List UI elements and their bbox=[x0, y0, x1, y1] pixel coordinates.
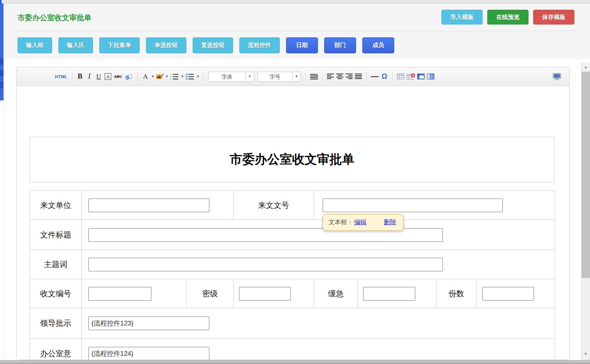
ordered-list-icon: 1 2 3 bbox=[170, 73, 179, 80]
italic-button[interactable]: I bbox=[85, 71, 94, 83]
insert-checkbox-button[interactable]: 复选按钮 bbox=[193, 37, 233, 53]
font-size-dropdown-arrow[interactable]: ▼ bbox=[292, 72, 300, 81]
incoming-unit-input[interactable] bbox=[88, 199, 209, 212]
strikethrough-button[interactable]: ABC bbox=[113, 71, 123, 83]
align-center-button[interactable] bbox=[335, 71, 344, 83]
toolbar-separator bbox=[137, 72, 138, 81]
header-action-buttons: 导入模板 在线预览 保存模板 bbox=[441, 10, 574, 25]
scrollbar-up-arrow-icon[interactable]: ▲ bbox=[581, 63, 590, 71]
urgency-input[interactable] bbox=[363, 287, 415, 301]
font-color-button[interactable]: A bbox=[141, 71, 150, 83]
strikethrough-icon: ABC bbox=[114, 74, 122, 79]
left-strip-segment bbox=[0, 58, 4, 65]
leader-instructions-input[interactable] bbox=[88, 317, 209, 330]
insert-member-button[interactable]: 成员 bbox=[362, 37, 394, 53]
svg-text:3: 3 bbox=[170, 78, 171, 80]
insert-date-button[interactable]: 日期 bbox=[286, 37, 318, 53]
office-opinion-input[interactable] bbox=[88, 347, 209, 360]
label-secrecy-level: 密级 bbox=[187, 279, 234, 308]
table-properties-icon bbox=[417, 74, 425, 79]
fullscreen-monitor-icon bbox=[553, 73, 561, 80]
online-preview-button[interactable]: 在线预览 bbox=[487, 10, 529, 25]
window-bottom-edge bbox=[0, 360, 590, 364]
special-char-button[interactable]: Ω bbox=[380, 71, 389, 83]
scrollbar-thumb[interactable] bbox=[581, 72, 590, 278]
table-row: 主题词 bbox=[30, 250, 555, 279]
underline-button[interactable]: U bbox=[94, 71, 104, 83]
editor-content[interactable]: 市委办公室收文审批单 来文单位 来文文号 bbox=[17, 86, 569, 360]
remove-format-button[interactable] bbox=[123, 71, 134, 83]
scrollbar-down-arrow-icon[interactable]: ▼ bbox=[581, 350, 590, 358]
justify-icon bbox=[355, 74, 362, 79]
source-code-button[interactable]: HTML bbox=[54, 71, 69, 83]
highlight-dropdown-arrow[interactable]: ▼ bbox=[165, 75, 169, 78]
align-right-button[interactable] bbox=[344, 71, 354, 83]
header-panel: 市委办公室收文审批单 导入模板 在线预览 保存模板 输入框 输入区 下拉菜单 单… bbox=[4, 4, 590, 59]
form-title: 市委办公室收文审批单 bbox=[230, 151, 355, 168]
label-leader-instructions: 领导批示 bbox=[30, 308, 82, 339]
toolbar-separator bbox=[322, 72, 323, 81]
table-properties-button[interactable] bbox=[416, 71, 426, 83]
insert-department-button[interactable]: 部门 bbox=[324, 37, 356, 53]
font-family-select[interactable]: 字体 ▼ bbox=[208, 72, 254, 82]
editor-toolbar: HTML B I U A ABC bbox=[17, 67, 569, 86]
highlight-color-button[interactable]: ab bbox=[155, 71, 164, 83]
insert-radio-button[interactable]: 单选按钮 bbox=[146, 37, 186, 53]
delete-table-button[interactable] bbox=[406, 71, 416, 83]
incoming-doc-number-input[interactable] bbox=[323, 199, 503, 212]
page-scrollbar[interactable]: ▲ ▼ bbox=[581, 62, 590, 360]
subject-words-input[interactable] bbox=[88, 258, 443, 271]
table-row: 文件标题 bbox=[30, 220, 555, 250]
underline-icon: U bbox=[96, 73, 101, 81]
unordered-list-button[interactable] bbox=[184, 71, 195, 83]
label-doc-title: 文件标题 bbox=[30, 220, 82, 250]
secrecy-level-input[interactable] bbox=[239, 287, 291, 301]
dashed-divider bbox=[18, 31, 576, 31]
italic-icon: I bbox=[88, 72, 91, 81]
window-top-strip bbox=[0, 0, 590, 4]
bold-icon: B bbox=[78, 72, 83, 81]
control-action-tooltip: 文本框： 编辑 删除 bbox=[323, 214, 404, 231]
save-template-button[interactable]: 保存模板 bbox=[533, 10, 574, 25]
format-block-button[interactable]: A bbox=[104, 71, 113, 83]
align-center-icon bbox=[336, 74, 343, 79]
toolbar-separator bbox=[306, 72, 306, 81]
insert-dropdown-button[interactable]: 下拉菜单 bbox=[99, 37, 140, 53]
label-office-opinion: 办公室意 bbox=[30, 339, 82, 360]
eraser-icon bbox=[125, 73, 133, 80]
label-incoming-doc-number: 来文文号 bbox=[234, 191, 314, 220]
screen: 市委办公室收文审批单 导入模板 在线预览 保存模板 输入框 输入区 下拉菜单 单… bbox=[0, 0, 590, 364]
indent-button[interactable] bbox=[309, 71, 319, 83]
ordered-list-dropdown-arrow[interactable]: ▼ bbox=[181, 75, 184, 78]
label-incoming-unit: 来文单位 bbox=[30, 191, 82, 220]
toolbar-separator bbox=[203, 72, 204, 81]
font-family-dropdown-arrow[interactable]: ▼ bbox=[246, 72, 254, 81]
delete-table-icon bbox=[407, 74, 415, 80]
window-left-strip bbox=[0, 4, 4, 100]
font-size-select[interactable]: 字号 ▼ bbox=[257, 72, 301, 82]
copies-input[interactable] bbox=[482, 287, 534, 301]
tooltip-label: 文本框： bbox=[328, 218, 353, 227]
label-urgency: 缓急 bbox=[314, 279, 358, 308]
font-color-dropdown-arrow[interactable]: ▼ bbox=[151, 75, 155, 78]
font-color-icon: A bbox=[143, 73, 148, 81]
horizontal-rule-button[interactable] bbox=[370, 71, 380, 83]
delete-control-link[interactable]: 删除 bbox=[384, 218, 396, 227]
insert-input-box-button[interactable]: 输入框 bbox=[18, 37, 52, 53]
justify-button[interactable] bbox=[354, 71, 363, 83]
import-template-button[interactable]: 导入模板 bbox=[441, 10, 483, 25]
insert-textarea-button[interactable]: 输入区 bbox=[58, 37, 93, 53]
cell-properties-button[interactable] bbox=[426, 71, 435, 83]
bold-button[interactable]: B bbox=[76, 71, 85, 83]
toolbar-separator bbox=[366, 72, 367, 81]
font-family-value: 字体 bbox=[209, 72, 246, 81]
receipt-number-input[interactable] bbox=[88, 287, 151, 301]
align-left-button[interactable] bbox=[326, 71, 335, 83]
edit-control-link[interactable]: 编辑 bbox=[354, 218, 367, 227]
unordered-list-dropdown-arrow[interactable]: ▼ bbox=[196, 75, 200, 78]
insert-flow-control-button[interactable]: 流程控件 bbox=[239, 37, 280, 53]
cell-properties-icon bbox=[427, 74, 434, 79]
fullscreen-button[interactable] bbox=[551, 71, 562, 83]
insert-table-button[interactable] bbox=[396, 71, 406, 83]
ordered-list-button[interactable]: 1 2 3 bbox=[169, 71, 180, 83]
